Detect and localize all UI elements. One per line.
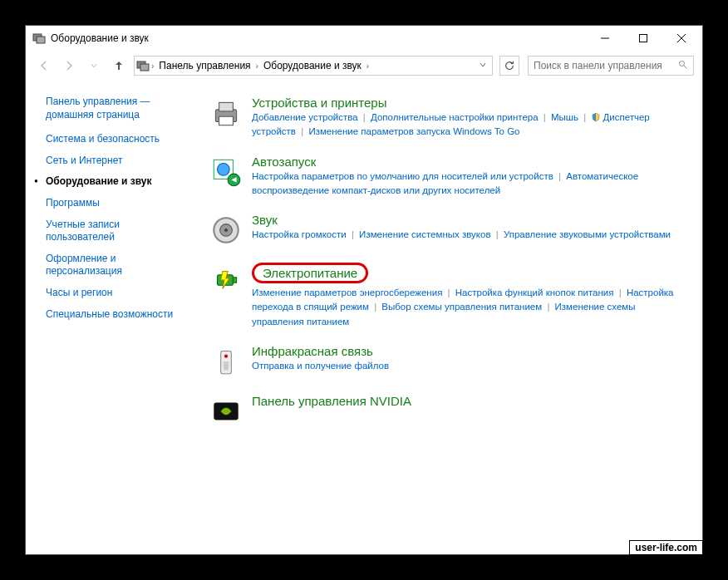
svg-rect-11 [219,102,234,111]
category-links: Изменение параметров энергосбережения | … [252,286,686,329]
category-link[interactable]: Выбор схемы управления питанием [381,302,542,312]
category-title[interactable]: Панель управления NVIDIA [252,394,411,408]
address-dropdown[interactable] [475,60,490,71]
search-box[interactable] [528,56,694,76]
address-bar[interactable]: › Панель управления › Оборудование и зву… [134,56,493,76]
category-link[interactable]: Отправка и получение файлов [252,361,389,371]
separator: | [544,112,546,122]
category-row: Устройства и принтерыДобавление устройст… [209,96,686,140]
category-links: Настройка громкости | Изменение системны… [252,228,686,242]
printer-icon [209,96,243,130]
window: Оборудование и звук › Панель управления … [25,25,703,555]
category-row: ЗвукНастройка громкости | Изменение сист… [209,213,686,248]
category-link[interactable]: Изменение параметров энергосбережения [252,288,442,297]
svg-point-22 [224,354,228,357]
search-input[interactable] [534,60,678,71]
chevron-right-icon: › [366,61,369,71]
svg-rect-20 [233,278,236,283]
sidebar-item[interactable]: Оборудование и звук [46,175,184,189]
svg-rect-1 [37,37,45,43]
separator: | [547,302,549,312]
category-link[interactable]: Управление звуковыми устройствами [504,229,671,239]
separator: | [363,112,366,122]
window-title: Оборудование и звук [51,32,586,44]
sidebar-item[interactable]: Оформление и персонализация [46,253,184,278]
search-icon [678,58,688,73]
svg-line-9 [684,66,687,69]
chevron-right-icon: › [256,61,258,71]
category-link[interactable]: Настройка громкости [252,229,347,239]
up-button[interactable] [109,56,129,76]
sidebar-home[interactable]: Панель управления — домашняя страница [46,96,184,121]
chevron-right-icon: › [151,61,154,71]
infrared-icon [209,344,243,379]
separator: | [301,126,303,136]
category-link[interactable]: Изменение параметров запуска Windows To … [308,126,519,136]
window-controls [586,26,701,51]
nvidia-icon [209,394,243,429]
svg-rect-7 [140,64,149,71]
sidebar-item[interactable]: Сеть и Интернет [46,155,184,168]
svg-point-18 [224,229,228,232]
sound-icon [209,213,243,248]
watermark: user-life.com [629,540,703,555]
breadcrumb-item[interactable]: Панель управления [155,60,253,71]
sidebar-item[interactable]: Учетные записи пользователей [46,219,184,244]
category-link[interactable]: Изменение системных звуков [359,229,490,239]
separator: | [374,302,376,312]
refresh-button[interactable] [499,56,519,76]
category-links: Настройка параметров по умолчанию для но… [252,170,686,199]
breadcrumb-item[interactable]: Оборудование и звук [260,60,365,71]
separator: | [496,229,499,239]
forward-button[interactable] [59,56,79,76]
separator: | [619,288,622,297]
category-title[interactable]: Звук [252,213,278,227]
navbar: › Панель управления › Оборудование и зву… [26,51,702,81]
history-dropdown[interactable] [84,56,104,76]
svg-rect-3 [640,35,647,42]
category-title[interactable]: Инфракрасная связь [252,344,373,358]
category-row: ЭлектропитаниеИзменение параметров энерг… [209,263,686,329]
sidebar-item[interactable]: Программы [46,197,184,210]
category-link[interactable]: Дополнительные настройки принтера [371,112,539,122]
category-title[interactable]: Автозапуск [252,155,316,169]
separator: | [352,229,354,239]
svg-point-14 [218,163,230,175]
category-title[interactable]: Электропитание [252,263,368,283]
category-row: АвтозапускНастройка параметров по умолча… [209,155,686,199]
category-title[interactable]: Устройства и принтеры [252,96,386,110]
minimize-button[interactable] [586,26,624,51]
category-links: Добавление устройства | Дополнительные н… [252,111,686,140]
shield-icon [591,112,601,122]
svg-point-8 [680,61,685,66]
category-row: Панель управления NVIDIA [209,394,686,429]
sidebar-item[interactable]: Специальные возможности [46,308,184,322]
separator: | [558,171,561,181]
titlebar: Оборудование и звук [26,26,702,51]
maximize-button[interactable] [624,26,662,51]
category-link[interactable]: Настройка параметров по умолчанию для но… [252,171,553,181]
sidebar-item[interactable]: Система и безопасность [46,133,184,146]
sidebar-item[interactable]: Часы и регион [46,287,184,300]
sidebar: Панель управления — домашняя страница Си… [26,81,192,554]
app-icon [32,32,46,45]
svg-rect-12 [219,116,234,125]
category-link[interactable]: Настройка функций кнопок питания [455,288,614,297]
content-area: Панель управления — домашняя страница Си… [26,81,702,554]
close-button[interactable] [662,26,701,51]
main-pane: Устройства и принтерыДобавление устройст… [192,81,702,554]
separator: | [583,112,586,122]
power-icon [209,263,243,297]
category-link[interactable]: Добавление устройства [252,112,358,122]
svg-rect-23 [224,361,229,371]
location-icon [136,59,150,72]
category-link[interactable]: Мышь [551,112,578,122]
category-links: Отправка и получение файлов [252,359,686,373]
separator: | [448,288,450,297]
back-button[interactable] [34,56,54,76]
autoplay-icon [209,155,243,189]
category-row: Инфракрасная связьОтправка и получение ф… [209,344,686,379]
